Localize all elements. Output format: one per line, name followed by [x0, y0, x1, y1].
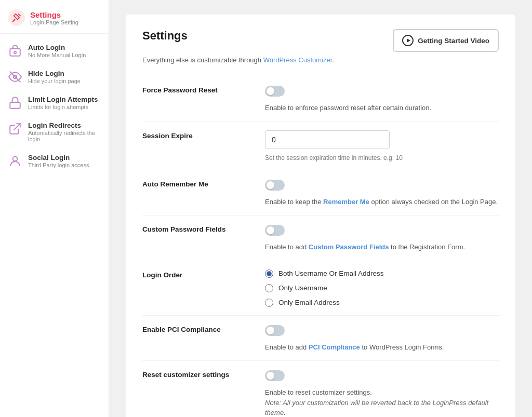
- svg-point-2: [14, 51, 16, 53]
- getting-started-button[interactable]: Getting Started Video: [393, 29, 499, 52]
- radio-username[interactable]: Only Username: [265, 284, 499, 292]
- row-custom-password: Custom Password Fields Enable to add Cus…: [142, 216, 499, 261]
- page-card: Settings Getting Started Video Everythin…: [126, 15, 515, 417]
- settings-wrench-icon: [8, 9, 25, 26]
- sidebar-header: Settings Login Page Setting: [0, 0, 109, 34]
- pci-compliance-label: Enable PCI Compliance: [142, 324, 257, 333]
- login-redirects-icon: [8, 122, 22, 136]
- svg-line-6: [14, 124, 20, 130]
- sidebar-nav: Auto Login No More Manual Login Hide Log…: [0, 34, 109, 417]
- row-login-order: Login Order Both Username Or Email Addre…: [142, 261, 499, 316]
- reset-customizer-slider: [265, 370, 285, 381]
- reset-customizer-desc: Enable to reset customizer settings. Not…: [265, 387, 499, 417]
- auto-remember-toggle[interactable]: [265, 180, 285, 191]
- auto-remember-label: Auto Remember Me: [142, 179, 257, 188]
- row-session-expire: Session Expire Set the session expiratio…: [142, 122, 499, 170]
- radio-both-input[interactable]: [265, 270, 273, 278]
- auto-login-icon: [8, 44, 22, 58]
- main-content: Settings Getting Started Video Everythin…: [109, 0, 532, 417]
- remember-me-link[interactable]: Remember Me: [323, 198, 369, 206]
- sidebar-item-limit-login-sublabel: Limits for login attempts: [28, 104, 98, 110]
- custom-password-toggle[interactable]: [265, 225, 285, 236]
- session-expire-input[interactable]: [265, 130, 390, 149]
- page-title: Settings: [142, 29, 188, 43]
- radio-email[interactable]: Only Email Address: [265, 299, 499, 307]
- force-password-desc: Enable to enforce password reset after c…: [265, 103, 431, 113]
- sidebar-item-hide-login-sublabel: Hide your login page: [28, 78, 81, 84]
- page-description: Everything else is customizable through …: [142, 56, 499, 64]
- play-icon: [402, 35, 414, 46]
- reset-customizer-toggle[interactable]: [265, 370, 285, 381]
- sidebar-subtitle: Login Page Setting: [30, 19, 78, 25]
- radio-both[interactable]: Both Username Or Email Address: [265, 270, 499, 278]
- hide-login-icon: [8, 70, 22, 84]
- row-force-password: Force Password Reset Enable to enforce p…: [142, 76, 499, 122]
- sidebar-item-hide-login-label: Hide Login: [28, 70, 81, 77]
- pci-compliance-link[interactable]: PCI Compliance: [309, 343, 360, 351]
- custom-password-desc: Enable to add Custom Password Fields to …: [265, 242, 465, 252]
- custom-password-label: Custom Password Fields: [142, 224, 257, 233]
- sidebar-item-social-login[interactable]: Social Login Third Party login access: [0, 148, 109, 174]
- sidebar-item-limit-login[interactable]: Limit Login Attempts Limits for login at…: [0, 90, 109, 116]
- social-login-icon: [8, 154, 22, 168]
- radio-email-label: Only Email Address: [278, 299, 340, 306]
- sidebar-item-login-redirects[interactable]: Login Redirects Automatically redirects …: [0, 116, 109, 148]
- login-order-label: Login Order: [142, 270, 257, 279]
- sidebar-item-social-login-sublabel: Third Party login access: [28, 162, 89, 168]
- sidebar-title: Settings: [30, 10, 78, 19]
- custom-password-slider: [265, 225, 285, 236]
- session-expire-label: Session Expire: [142, 130, 257, 140]
- wordpress-customizer-link[interactable]: WordPress Customizer: [263, 56, 332, 64]
- svg-rect-1: [10, 49, 20, 56]
- svg-point-0: [8, 9, 25, 26]
- custom-password-fields-link[interactable]: Custom Password Fields: [309, 243, 389, 251]
- svg-point-7: [13, 156, 18, 161]
- session-expire-hint: Set the session expiration time in minut…: [265, 154, 499, 162]
- radio-both-label: Both Username Or Email Address: [278, 270, 384, 277]
- svg-rect-5: [10, 102, 20, 109]
- reset-customizer-label: Reset customizer settings: [142, 369, 257, 379]
- sidebar-item-auto-login-sublabel: No More Manual Login: [28, 52, 86, 58]
- sidebar-item-auto-login[interactable]: Auto Login No More Manual Login: [0, 38, 109, 64]
- row-pci-compliance: Enable PCI Compliance Enable to add PCI …: [142, 316, 499, 361]
- limit-login-icon: [8, 96, 22, 110]
- page-desc-suffix: .: [332, 56, 334, 64]
- login-order-radio-group: Both Username Or Email Address Only User…: [265, 270, 499, 307]
- pci-compliance-slider: [265, 325, 285, 336]
- row-auto-remember: Auto Remember Me Enable to keep the Reme…: [142, 170, 499, 216]
- force-password-label: Force Password Reset: [142, 85, 257, 94]
- radio-username-input[interactable]: [265, 284, 273, 292]
- auto-remember-slider: [265, 180, 285, 191]
- pci-compliance-toggle[interactable]: [265, 325, 285, 336]
- row-reset-customizer: Reset customizer settings Enable to rese…: [142, 361, 499, 417]
- radio-email-input[interactable]: [265, 299, 273, 307]
- auto-remember-desc: Enable to keep the Remember Me option al…: [265, 197, 498, 207]
- sidebar-item-login-redirects-label: Login Redirects: [28, 122, 100, 129]
- getting-started-label: Getting Started Video: [418, 37, 489, 45]
- sidebar-item-hide-login[interactable]: Hide Login Hide your login page: [0, 64, 109, 90]
- page-header: Settings Getting Started Video: [142, 29, 499, 52]
- pci-compliance-desc: Enable to add PCI Compliance to WordPres…: [265, 342, 444, 353]
- force-password-slider: [265, 86, 285, 97]
- sidebar-item-limit-login-label: Limit Login Attempts: [28, 96, 98, 103]
- force-password-toggle[interactable]: [265, 86, 285, 97]
- sidebar-item-auto-login-label: Auto Login: [28, 44, 86, 51]
- page-desc-prefix: Everything else is customizable through: [142, 56, 263, 64]
- sidebar-item-login-redirects-sublabel: Automatically redirects the login: [28, 130, 100, 142]
- radio-username-label: Only Username: [278, 284, 327, 292]
- sidebar-item-social-login-label: Social Login: [28, 154, 89, 162]
- sidebar: Settings Login Page Setting Auto Login N…: [0, 0, 109, 417]
